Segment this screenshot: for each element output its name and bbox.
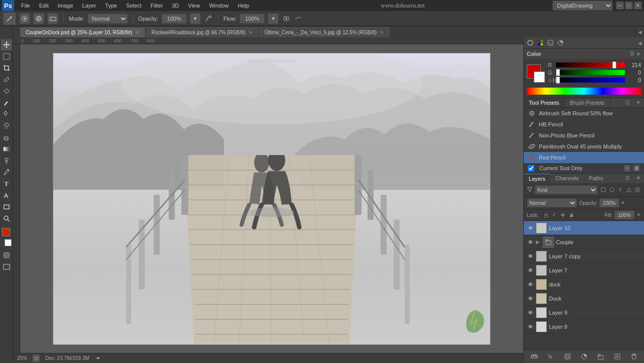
drawing-canvas[interactable]: www.dohoavn.net <box>53 53 491 345</box>
layer-visibility-couple[interactable]: 👁 <box>527 239 534 246</box>
panel-icon-color[interactable] <box>526 38 535 47</box>
tool-eyedropper[interactable] <box>1 74 12 85</box>
opacity-toggle-btn[interactable]: ▼ <box>190 13 201 24</box>
tool-heal[interactable] <box>1 86 12 97</box>
mode-select[interactable]: Normal <box>88 14 128 24</box>
tool-pen[interactable] <box>1 167 12 178</box>
opacity-value-input[interactable]: 100% <box>599 198 619 207</box>
menu-help[interactable]: Help <box>234 2 254 10</box>
layer-item-7[interactable]: 👁 Layer 7 <box>524 263 644 277</box>
channel-b-slider[interactable] <box>556 78 625 83</box>
tab-channels[interactable]: Channels <box>550 174 584 183</box>
tool-move[interactable] <box>1 39 12 50</box>
menu-filter[interactable]: Filter <box>146 2 167 10</box>
tablet-pressure-icon[interactable] <box>282 14 291 23</box>
tab-paths[interactable]: Paths <box>584 174 608 183</box>
airbrush-icon[interactable] <box>204 14 213 23</box>
close-button[interactable]: ✕ <box>634 2 642 10</box>
layer-item-7copy[interactable]: 👁 Layer 7 copy <box>524 249 644 263</box>
filter-smart-icon[interactable] <box>634 186 641 193</box>
preset-add-btn[interactable]: + <box>624 165 631 172</box>
brush-type-btn[interactable] <box>47 13 58 24</box>
panel-collapse-btn[interactable]: ◀ <box>635 26 644 37</box>
tool-eraser[interactable] <box>1 132 12 143</box>
right-panel-collapse[interactable]: ◀ <box>638 40 642 46</box>
panel-icon-swatches[interactable] <box>536 38 545 47</box>
tool-crop[interactable] <box>1 62 12 74</box>
filter-adjustment-icon[interactable] <box>608 186 615 193</box>
layer-visibility-dock-lower[interactable]: 👁 <box>527 281 534 288</box>
filter-shape-icon[interactable] <box>625 186 632 193</box>
tool-dodge[interactable] <box>1 155 12 166</box>
brush-size-input-btn[interactable] <box>19 13 30 24</box>
color-bg-swatch[interactable] <box>534 71 545 83</box>
panel-icon-adjustments[interactable] <box>556 38 565 47</box>
tab-tool-presets[interactable]: Tool Presets <box>524 98 565 107</box>
lock-all-btn[interactable] <box>568 211 575 219</box>
lock-move-btn[interactable] <box>559 211 567 219</box>
channel-g-slider[interactable] <box>556 70 625 75</box>
color-panel-collapse[interactable]: ▼ <box>636 51 641 57</box>
menu-edit[interactable]: Edit <box>35 2 53 10</box>
menu-3d[interactable]: 3D <box>168 2 183 10</box>
menu-view[interactable]: View <box>184 2 204 10</box>
workspace-selector[interactable]: DigitalDrawing <box>552 1 613 11</box>
color-panel-menu[interactable]: ☰ <box>630 51 634 56</box>
preset-hb-pencil[interactable]: HB Pencil <box>524 119 644 130</box>
tab-layers[interactable]: Layers <box>524 174 550 183</box>
minimize-button[interactable]: ─ <box>616 2 624 10</box>
flow-toggle-btn[interactable]: ▼ <box>268 13 279 24</box>
tab-rockwell[interactable]: RockwellRoadblock.jpg @ 66.7% (RGB/8) ✕ <box>146 27 258 37</box>
canvas-document[interactable]: www.dohoavn.net <box>20 44 523 353</box>
tool-selection[interactable] <box>1 51 12 62</box>
layer-visibility-7[interactable]: 👁 <box>527 267 534 274</box>
filter-type-icon[interactable]: T <box>617 186 624 193</box>
layer-visibility-dock-upper[interactable]: 👁 <box>527 295 534 302</box>
preset-non-photo-pencil[interactable]: Non-Photo Blue Pencil <box>524 130 644 141</box>
layer-item-8[interactable]: 👁 Layer 8 <box>524 320 644 334</box>
menu-select[interactable]: Select <box>122 2 146 10</box>
blend-mode-select[interactable]: Normal <box>527 198 577 207</box>
lock-pixels-btn[interactable] <box>542 211 549 219</box>
tool-clone-stamp[interactable] <box>1 109 12 120</box>
tab-close-0[interactable]: ✕ <box>135 30 139 35</box>
layer-item-dock-lower[interactable]: 👁 dock <box>524 277 644 292</box>
layer-delete-btn[interactable] <box>629 352 638 361</box>
channel-b-thumb[interactable] <box>556 77 560 84</box>
doc-info-arrow[interactable] <box>94 354 102 362</box>
tab-couple-on-dock[interactable]: CoupleOnDock.psd @ 25% (Layer 10, RGB/8#… <box>20 27 145 37</box>
color-spectrum-bar[interactable] <box>527 88 641 95</box>
preset-delete-btn[interactable]: 🗑 <box>633 165 640 172</box>
fill-value-input[interactable]: 100% <box>614 210 634 220</box>
channel-r-slider[interactable] <box>556 62 625 67</box>
presets-panel-collapse[interactable]: ▼ <box>633 98 644 107</box>
layer-visibility-7copy[interactable]: 👁 <box>527 253 534 260</box>
lock-paint-btn[interactable] <box>551 211 558 219</box>
tool-path-selection[interactable] <box>1 190 12 201</box>
current-tool-checkbox[interactable] <box>528 165 534 172</box>
smoothing-icon[interactable] <box>294 14 303 23</box>
layer-mask-btn[interactable] <box>563 352 572 361</box>
opacity-dropdown-btn[interactable]: ▼ <box>621 200 625 205</box>
layer-item-10[interactable]: 👁 Layer 10 <box>524 221 644 235</box>
menu-image[interactable]: Image <box>54 2 77 10</box>
layer-adjustment-btn[interactable] <box>580 352 589 361</box>
panel-icon-styles[interactable]: fx <box>546 38 555 47</box>
tool-pencil-icon[interactable] <box>3 12 16 25</box>
tool-rectangle[interactable] <box>1 201 12 212</box>
preset-current-tool-only[interactable]: Current Tool Only + 🗑 <box>524 163 644 173</box>
preset-red-pencil[interactable]: Red Pencil <box>524 152 644 163</box>
layer-visibility-8[interactable]: 👁 <box>527 323 534 330</box>
layer-item-couple[interactable]: 👁 ▶ Couple <box>524 235 644 249</box>
tab-brush-presets[interactable]: Brush Presets <box>565 98 610 107</box>
menu-window[interactable]: Window <box>205 2 232 10</box>
layer-item-dock-upper[interactable]: 👁 Dock <box>524 292 644 306</box>
layers-panel-menu[interactable]: ☰ <box>622 174 633 183</box>
group-expand-couple[interactable]: ▶ <box>536 239 541 245</box>
opacity-input[interactable]: 100% <box>162 14 187 24</box>
filter-type-select[interactable]: Kind <box>535 185 598 194</box>
quick-mask-btn[interactable] <box>1 250 12 261</box>
canvas-options-btn[interactable] <box>32 354 40 362</box>
tab-close-1[interactable]: ✕ <box>249 30 253 35</box>
brush-hardness-btn[interactable] <box>33 13 44 24</box>
